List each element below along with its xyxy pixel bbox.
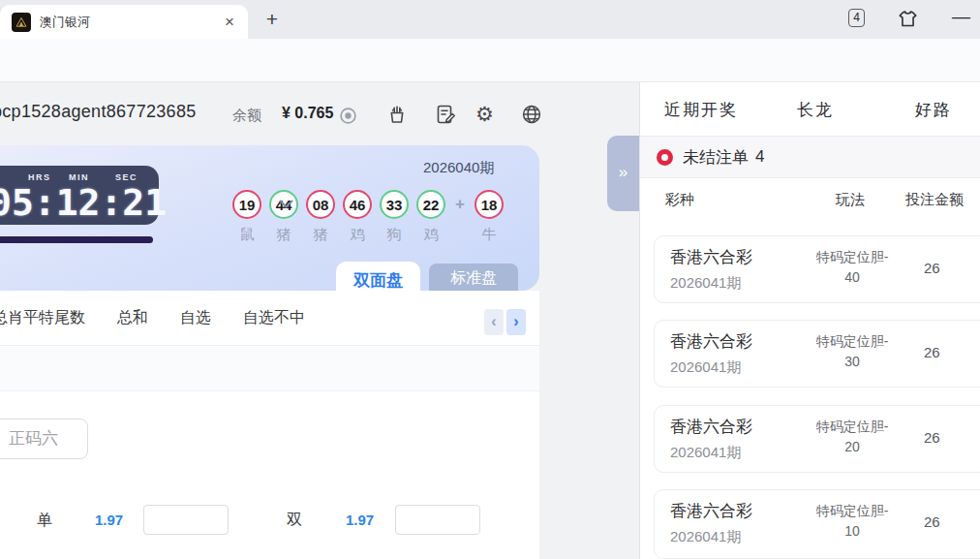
order-play-number: 20 — [844, 439, 860, 454]
draw-ball: 08 猪 — [306, 190, 335, 244]
order-issue: 2026041期 — [670, 444, 741, 462]
filter-band — [0, 347, 539, 391]
order-play-type: 特码定位胆- — [816, 249, 889, 264]
record-dot-icon — [657, 149, 673, 166]
nav-scroll-left-button[interactable]: ‹ — [484, 309, 504, 335]
tab-title: 澳门银河 — [40, 14, 221, 31]
ball-number: 08 — [306, 190, 335, 219]
order-issue: 2026041期 — [670, 528, 741, 546]
balance-visibility-icon[interactable] — [339, 107, 357, 125]
draw-banner: HRS MIN SEC 05:12:21 2026040期 19 鼠 44 猪 … — [0, 145, 539, 291]
draw-ball: 19 鼠 — [232, 190, 261, 244]
order-card[interactable]: 香港六合彩 2026041期 特码定位胆-10 26 — [654, 489, 980, 559]
ball-number: 33 — [380, 190, 409, 219]
unsettled-label: 未结注单 — [683, 146, 749, 169]
unsettled-count: 4 — [755, 147, 764, 167]
panel-collapse-handle[interactable]: » — [607, 136, 639, 211]
column-play: 玩法 — [836, 191, 865, 209]
order-play-number: 30 — [844, 354, 860, 369]
chips-icon[interactable] — [385, 103, 409, 126]
nav-item-zixuan[interactable]: 自选 — [180, 308, 211, 328]
bet-group-button[interactable]: 正码六 — [0, 419, 88, 459]
ball-number: 22 — [416, 190, 445, 219]
side-panel: 近期开奖 长龙 好路 未结注单 4 彩种 玩法 投注金额 香港六合彩 20260… — [639, 82, 980, 559]
nav-item-zongxiao-pingtewei[interactable]: 总肖平特尾数 — [0, 308, 85, 328]
balance-label: 余额 — [232, 107, 261, 125]
order-amount: 26 — [924, 260, 940, 276]
ball-zodiac: 鼠 — [232, 226, 261, 244]
browser-tab[interactable]: 澳门银河 × — [0, 5, 248, 39]
settings-gear-icon[interactable]: ⚙ — [475, 103, 494, 126]
ball-zodiac: 猪 — [306, 226, 335, 244]
order-play: 特码定位胆-30 — [800, 331, 904, 372]
order-lottery: 香港六合彩 — [670, 416, 752, 438]
nav-scroll-right-button[interactable]: › — [506, 309, 526, 335]
draw-ball: 33 狗 — [380, 190, 409, 244]
ball-number: 46 — [343, 190, 372, 219]
draw-ball: 46 鸡 — [343, 190, 372, 244]
nav-scroll-buttons: ‹ › — [484, 309, 526, 335]
draw-numbers: 19 鼠 44 猪 08 猪 46 鸡 33 狗 22 鸡 — [232, 190, 504, 244]
bet-option-even-odds[interactable]: 1.97 — [346, 512, 374, 528]
ball-zodiac: 鸡 — [343, 226, 372, 244]
current-issue: 2026040期 — [423, 159, 494, 177]
countdown-timer: HRS MIN SEC 05:12:21 — [0, 166, 159, 225]
order-card[interactable]: 香港六合彩 2026041期 特码定位胆-20 26 — [654, 405, 980, 473]
order-amount: 26 — [924, 513, 940, 530]
ball-number: 18 — [475, 190, 504, 219]
tab-recent-draws[interactable]: 近期开奖 — [664, 99, 738, 121]
ball-zodiac: 牛 — [475, 226, 504, 244]
site-favicon-icon — [12, 13, 31, 32]
language-globe-icon[interactable] — [520, 103, 543, 126]
draw-ball: 22 鸡 — [416, 190, 445, 244]
draw-ball-special: 18 牛 — [475, 190, 504, 244]
ball-zodiac: 猪 — [269, 226, 298, 244]
order-lottery: 香港六合彩 — [670, 246, 752, 268]
order-issue: 2026041期 — [670, 358, 741, 377]
chevron-down-icon[interactable] — [279, 200, 293, 209]
draw-ball: 44 猪 — [269, 190, 298, 244]
tab-close-icon[interactable]: × — [221, 13, 238, 32]
order-card[interactable]: 香港六合彩 2026041期 特码定位胆-30 26 — [654, 320, 980, 388]
plus-separator: + — [453, 190, 467, 219]
order-lottery: 香港六合彩 — [670, 330, 752, 353]
bet-amount-input-odd[interactable] — [143, 505, 229, 535]
bet-amount-input-even[interactable] — [395, 505, 480, 535]
tab-long-dragon[interactable]: 长龙 — [797, 99, 834, 121]
bet-option-odd-label[interactable]: 单 — [37, 511, 52, 531]
order-play-number: 10 — [844, 523, 860, 539]
order-play-number: 40 — [844, 269, 860, 285]
nav-item-zonghe[interactable]: 总和 — [117, 308, 148, 328]
order-amount: 26 — [924, 344, 940, 360]
order-issue: 2026041期 — [670, 274, 741, 293]
browser-tab-strip: 澳门银河 × + 4 — — [0, 0, 980, 39]
timer-value: 05:12:21 — [0, 181, 167, 224]
balance-value: ¥ 0.765 — [282, 105, 333, 122]
unsettled-orders-bar[interactable]: 未结注单 4 — [640, 137, 980, 178]
tab-good-road[interactable]: 好路 — [915, 99, 952, 121]
browser-window: 澳门银河 × + 4 — ▾ bcp1528agent867723685 余额 … — [0, 0, 980, 559]
order-play: 特码定位胆-10 — [800, 501, 904, 542]
order-amount: 26 — [924, 429, 940, 446]
bet-option-odd-odds[interactable]: 1.97 — [95, 512, 123, 528]
order-play-type: 特码定位胆- — [816, 419, 889, 434]
order-card[interactable]: 香港六合彩 2026041期 特码定位胆-40 26 — [654, 235, 980, 303]
order-play: 特码定位胆-20 — [800, 417, 904, 457]
order-play-type: 特码定位胆- — [816, 503, 889, 518]
new-tab-button[interactable]: + — [260, 7, 285, 32]
wardrobe-icon[interactable] — [897, 8, 919, 30]
column-amount: 投注金额 — [905, 191, 964, 209]
nav-item-zixuan-buzhong[interactable]: 自选不中 — [243, 308, 305, 328]
ball-zodiac: 狗 — [380, 226, 409, 244]
bet-option-even-label[interactable]: 双 — [287, 511, 302, 531]
play-type-nav: 总肖平特尾数 总和 自选 自选不中 — [0, 291, 539, 346]
order-lottery: 香港六合彩 — [670, 500, 752, 522]
tab-count-badge[interactable]: 4 — [848, 9, 865, 27]
report-edit-icon[interactable] — [434, 103, 457, 126]
orders-table-header: 彩种 玩法 投注金额 — [640, 178, 980, 221]
minimize-button[interactable]: — — [952, 6, 970, 27]
order-play: 特码定位胆-40 — [800, 247, 904, 288]
account-username: bcp1528agent867723685 — [0, 102, 197, 122]
tab-standard-board[interactable]: 标准盘 — [429, 264, 518, 291]
column-lottery: 彩种 — [665, 191, 694, 209]
